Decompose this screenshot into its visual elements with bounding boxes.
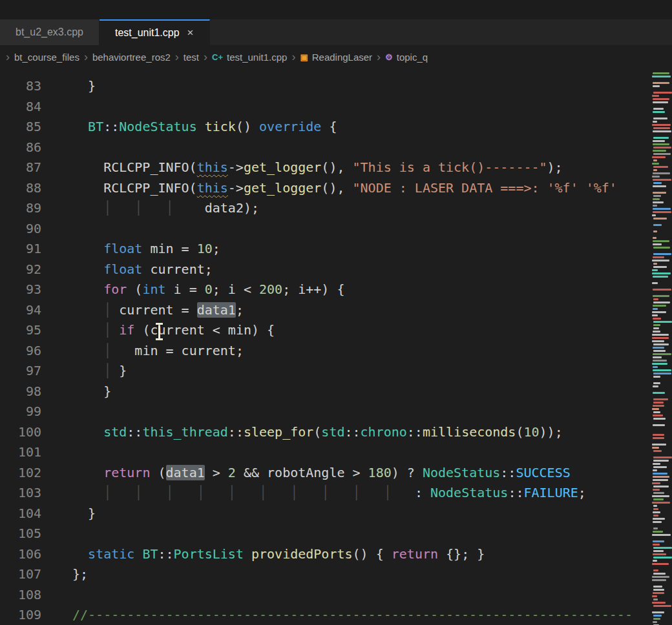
breadcrumb-item-bt_course_files[interactable]: bt_course_files: [14, 52, 79, 63]
code-lines: 83 }8485 BT::NodeStatus tick() override …: [0, 68, 672, 625]
line-number[interactable]: 91: [0, 239, 41, 260]
breadcrumb-item-topic_q[interactable]: ⚙topic_q: [385, 52, 428, 63]
code-line[interactable]: 83 }: [0, 76, 672, 97]
minimap-row: [653, 130, 671, 132]
line-number[interactable]: 94: [0, 300, 41, 321]
line-number[interactable]: 102: [0, 463, 41, 484]
minimap-row: [653, 118, 667, 119]
line-number[interactable]: 101: [0, 442, 41, 463]
line-number[interactable]: 105: [0, 524, 41, 544]
code-line[interactable]: 93 for (int i = 0; i < 200; i++) {: [0, 280, 672, 300]
line-number[interactable]: 98: [0, 382, 41, 402]
minimap-row: [652, 447, 659, 449]
minimap-row: [653, 263, 657, 265]
line-number[interactable]: 108: [0, 585, 41, 606]
code-line[interactable]: 92 float current;: [0, 260, 672, 280]
minimap-row: [653, 486, 669, 487]
code-line[interactable]: 90: [0, 219, 672, 240]
minimap-row: [653, 182, 662, 184]
tab-bt-u2-ex3-cpp[interactable]: bt_u2_ex3.cpp: [0, 19, 100, 45]
code-line[interactable]: 102 return (data1 > 2 && robotAngle > 18…: [0, 463, 672, 484]
minimap-row: [653, 266, 667, 268]
minimap-row: [652, 214, 656, 216]
code-line[interactable]: 94 │ current = data1;: [0, 300, 672, 321]
line-number[interactable]: 86: [0, 138, 41, 158]
minimap-row: [653, 498, 664, 500]
line-number[interactable]: 107: [0, 564, 41, 585]
close-icon[interactable]: ×: [187, 26, 194, 39]
minimap-row: [653, 98, 669, 100]
line-number[interactable]: 97: [0, 361, 41, 382]
code-line[interactable]: 84: [0, 97, 672, 118]
code-line[interactable]: 99: [0, 402, 672, 422]
chevron-right-icon: ›: [291, 51, 295, 63]
code-line[interactable]: 85 BT::NodeStatus tick() override {: [0, 117, 672, 138]
code-line[interactable]: 95 │ if (current < min) {: [0, 320, 672, 341]
line-number[interactable]: 83: [0, 76, 41, 97]
minimap-row: [652, 340, 664, 342]
code-line[interactable]: 97 │ }: [0, 361, 672, 382]
minimap-row: [653, 424, 665, 426]
code-line[interactable]: 98 }: [0, 382, 672, 402]
code-line[interactable]: 96 │ min = current;: [0, 341, 672, 362]
breadcrumb-item-ReadingLaser[interactable]: ▣ReadingLaser: [300, 52, 372, 63]
code-line[interactable]: 91 float min = 10;: [0, 239, 672, 260]
line-number[interactable]: 85: [0, 117, 41, 138]
minimap-row: [653, 479, 668, 481]
minimap-row: [653, 592, 664, 594]
code-line[interactable]: 103 │ │ │ │ │ │ │ │ │ │ : NodeStatus::FA…: [0, 483, 672, 504]
line-number[interactable]: 90: [0, 219, 41, 240]
line-number[interactable]: 106: [0, 544, 41, 565]
code-line[interactable]: 87 RCLCPP_INFO(this->get_logger(), "This…: [0, 158, 672, 178]
line-number[interactable]: 87: [0, 158, 41, 178]
code-line[interactable]: 106 static BT::PortsList providedPorts()…: [0, 544, 672, 565]
minimap-row: [653, 331, 660, 333]
code-line[interactable]: 104 }: [0, 504, 672, 524]
line-number[interactable]: 95: [0, 320, 41, 341]
line-number[interactable]: 100: [0, 422, 41, 443]
minimap-row: [652, 563, 669, 565]
minimap-row: [653, 511, 660, 513]
code-line[interactable]: 100 std::this_thread::sleep_for(std::chr…: [0, 422, 672, 443]
line-number[interactable]: 104: [0, 504, 41, 524]
minimap[interactable]: [650, 68, 672, 625]
minimap-row: [653, 521, 662, 523]
line-number[interactable]: 88: [0, 178, 41, 199]
code-line[interactable]: 88 RCLCPP_INFO(this->get_logger(), "NODE…: [0, 178, 672, 199]
minimap-row: [653, 376, 660, 378]
minimap-row: [653, 276, 668, 278]
code-line[interactable]: 107};: [0, 564, 672, 585]
line-number[interactable]: 99: [0, 402, 41, 422]
minimap-row: [653, 518, 665, 520]
code-line[interactable]: 105: [0, 524, 672, 544]
minimap-row: [653, 382, 660, 384]
minimap-row: [653, 321, 672, 323]
line-number[interactable]: 93: [0, 280, 41, 300]
code-line[interactable]: 109//-----------------------------------…: [0, 605, 672, 625]
line-number[interactable]: 103: [0, 483, 41, 504]
breadcrumb-item-test[interactable]: test: [184, 52, 199, 63]
minimap-row: [653, 159, 657, 161]
line-number[interactable]: 109: [0, 605, 41, 625]
code-line[interactable]: 86: [0, 138, 672, 158]
breadcrumb-label: test: [184, 52, 199, 63]
minimap-row: [653, 237, 656, 239]
minimap-row: [653, 140, 665, 142]
breadcrumbs: ›bt_course_files›behaviortree_ros2›test›…: [0, 45, 672, 68]
code-line[interactable]: 101: [0, 442, 672, 463]
code-line[interactable]: 108: [0, 585, 672, 606]
breadcrumb-item-test_unit1.cpp[interactable]: C+test_unit1.cpp: [212, 52, 287, 63]
line-number[interactable]: 84: [0, 97, 41, 118]
breadcrumb-item-behaviortree_ros2[interactable]: behaviortree_ros2: [92, 52, 171, 63]
tab-test-unit1-cpp[interactable]: test_unit1.cpp ×: [100, 19, 210, 45]
editor[interactable]: 83 }8485 BT::NodeStatus tick() override …: [0, 68, 672, 625]
minimap-row: [653, 308, 658, 310]
minimap-row: [653, 295, 669, 297]
cpp-file-icon: C+: [212, 52, 223, 62]
line-number[interactable]: 92: [0, 260, 41, 280]
chevron-right-icon: ›: [6, 51, 10, 63]
minimap-row: [652, 282, 658, 284]
line-number[interactable]: 89: [0, 198, 41, 219]
line-number[interactable]: 96: [0, 341, 41, 362]
code-line[interactable]: 89 │ │ │ data2);: [0, 198, 672, 219]
